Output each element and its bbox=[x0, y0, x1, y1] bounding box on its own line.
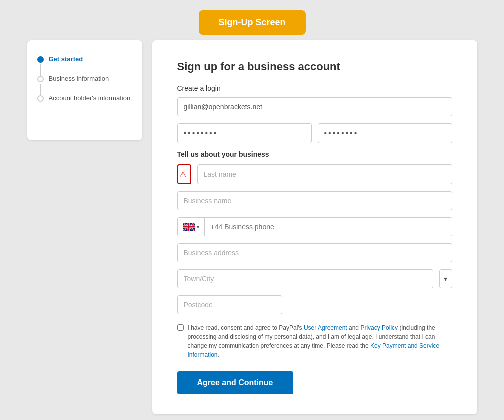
sidebar-item-get-started[interactable]: Get started bbox=[37, 55, 132, 63]
sidebar: Get started Business information Account… bbox=[27, 40, 142, 140]
phone-row: ▾ bbox=[177, 217, 452, 236]
continue-button[interactable]: Agree and Continue bbox=[177, 371, 293, 394]
phone-country-select[interactable]: ▾ bbox=[178, 218, 205, 236]
password-row bbox=[177, 123, 452, 143]
sidebar-dot-get-started bbox=[37, 56, 44, 63]
first-name-wrapper: ⚠ bbox=[177, 164, 191, 184]
email-field[interactable] bbox=[177, 97, 452, 116]
agree-checkbox-row: I have read, consent and agree to PayPal… bbox=[177, 323, 452, 359]
agree-text-end: . bbox=[218, 351, 219, 358]
agree-text: I have read, consent and agree to PayPal… bbox=[188, 323, 452, 359]
sidebar-dot-business-info bbox=[37, 76, 44, 82]
last-name-field[interactable] bbox=[197, 164, 452, 184]
business-address-field[interactable] bbox=[177, 243, 452, 262]
town-city-field[interactable] bbox=[177, 269, 433, 288]
phone-field[interactable] bbox=[205, 218, 452, 236]
town-county-row: County (Optional) Greater London West Yo… bbox=[177, 269, 452, 288]
county-wrapper: County (Optional) Greater London West Yo… bbox=[439, 269, 452, 288]
sidebar-item-business-info[interactable]: Business information bbox=[37, 75, 132, 82]
postcode-field[interactable] bbox=[177, 295, 282, 314]
agree-checkbox[interactable] bbox=[177, 324, 184, 331]
password-confirm-field[interactable] bbox=[318, 123, 452, 143]
postcode-group bbox=[177, 295, 452, 314]
business-name-field[interactable] bbox=[177, 191, 452, 210]
county-select[interactable]: County (Optional) Greater London West Yo… bbox=[439, 269, 452, 288]
uk-flag-icon bbox=[183, 223, 195, 231]
agree-text-before: I have read, consent and agree to PayPal… bbox=[188, 324, 304, 331]
sidebar-label-get-started: Get started bbox=[49, 55, 83, 63]
sidebar-item-account-holder[interactable]: Account holder's information bbox=[37, 94, 132, 102]
create-login-label: Create a login bbox=[177, 84, 452, 92]
header-banner: Sign-Up Screen bbox=[198, 10, 305, 35]
main-content: Sign up for a business account Create a … bbox=[152, 40, 477, 414]
password-field[interactable] bbox=[177, 123, 312, 143]
sidebar-dot-account-holder bbox=[37, 95, 44, 102]
name-row: ⚠ bbox=[177, 164, 452, 184]
first-name-error-icon: ⚠ bbox=[179, 170, 186, 179]
agree-text-middle: and bbox=[347, 324, 361, 331]
page-title: Sign up for a business account bbox=[177, 60, 452, 73]
banner-label: Sign-Up Screen bbox=[218, 17, 285, 27]
sidebar-label-business-info: Business information bbox=[49, 75, 109, 82]
page-wrapper: Sign-Up Screen Get started Business info… bbox=[27, 10, 477, 414]
agree-section: I have read, consent and agree to PayPal… bbox=[177, 323, 452, 359]
sidebar-label-account-holder: Account holder's information bbox=[49, 94, 131, 102]
business-name-group bbox=[177, 191, 452, 210]
business-address-group bbox=[177, 243, 452, 262]
tell-us-label: Tell us about your business bbox=[177, 150, 452, 158]
privacy-policy-link[interactable]: Privacy Policy bbox=[360, 324, 398, 331]
phone-country-chevron: ▾ bbox=[197, 224, 199, 230]
user-agreement-link[interactable]: User Agreement bbox=[304, 324, 347, 331]
email-group bbox=[177, 97, 452, 116]
